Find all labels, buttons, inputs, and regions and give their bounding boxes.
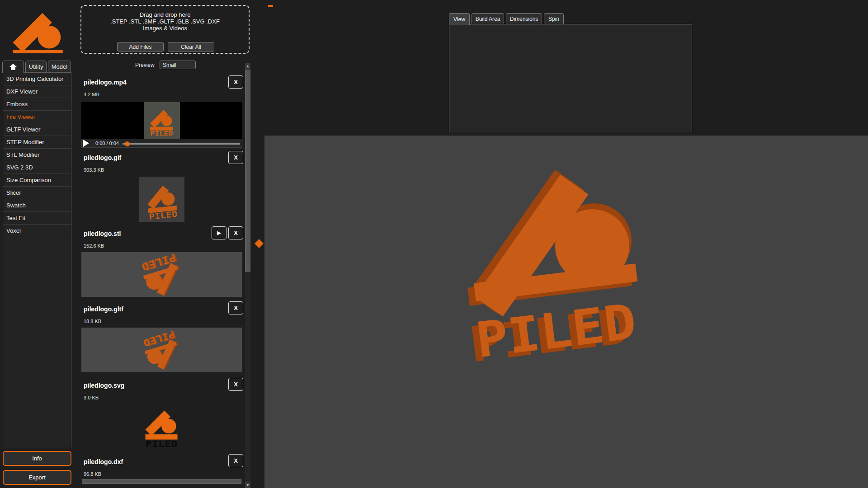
sidebar-item-swatch[interactable]: Swatch: [3, 199, 71, 212]
info-button-label: Info: [32, 455, 42, 462]
panel-tab-spin[interactable]: Spin: [544, 13, 564, 24]
piled-logo-icon: PILED: [141, 178, 184, 221]
sidebar-item-dxf-viewer[interactable]: DXF Viewer: [3, 85, 71, 98]
sidebar-item-step-modifier[interactable]: STEP Modifier: [3, 136, 71, 149]
add-files-label: Add Files: [129, 44, 151, 50]
file-name-stl: piledlogo.stl: [84, 230, 121, 237]
file-name-dxf: piledlogo.dxf: [84, 458, 123, 465]
file-size-gltf: 18.8 KB: [84, 319, 101, 324]
image-preview-gif[interactable]: PILED: [139, 177, 184, 222]
spin-preview-stl-button[interactable]: ▶: [212, 226, 226, 239]
info-button[interactable]: Info: [3, 451, 71, 466]
sidebar-item-test-fit[interactable]: Test Fit: [3, 212, 71, 225]
export-button-label: Export: [28, 474, 46, 481]
video-preview-mp4[interactable]: PILED: [81, 102, 242, 139]
tab-label: Dimensions: [510, 16, 538, 22]
scrollbar-thumb[interactable]: [245, 70, 250, 272]
tab-label: Utility: [29, 63, 43, 70]
sidebar-tab-utility[interactable]: Utility: [25, 61, 47, 72]
file-name-svg: piledlogo.svg: [84, 382, 124, 389]
add-files-button[interactable]: Add Files: [117, 42, 164, 52]
sidebar-item-slicer[interactable]: Slicer: [3, 187, 71, 199]
remove-file-stl-button[interactable]: X: [228, 226, 243, 239]
panel-tab-view[interactable]: View: [449, 13, 470, 25]
panel-resize-diamond[interactable]: [255, 239, 264, 248]
file-size-mp4: 4.2 MB: [84, 92, 99, 97]
remove-file-dxf-button[interactable]: X: [228, 454, 243, 467]
play-icon: ▶: [217, 230, 221, 236]
svg-text:PILED: PILED: [150, 130, 173, 136]
orange-dash-marker: [268, 5, 273, 7]
sidebar-item-size-comparison[interactable]: Size Comparison: [3, 174, 71, 187]
home-icon: [9, 64, 17, 70]
dropzone-line3: Images & Videos: [81, 25, 249, 32]
sidebar-tab-home[interactable]: [2, 61, 24, 73]
drag-drop-zone[interactable]: Drag and drop here .STEP .STL .3MF .GLTF…: [80, 5, 250, 54]
sidebar-item-voxel[interactable]: Voxel: [3, 225, 71, 237]
sidebar-tab-model[interactable]: Model: [48, 61, 71, 72]
dropzone-line1: Drag and drop here: [81, 11, 249, 18]
piled-logo-icon: PILED: [5, 3, 72, 53]
remove-file-gltf-button[interactable]: X: [228, 301, 243, 314]
preview-size-value: Small: [163, 62, 176, 68]
file-size-dxf: 96.8 KB: [84, 471, 101, 477]
tab-label: View: [453, 16, 465, 23]
sidebar-item-gltf-viewer[interactable]: GLTF Viewer: [3, 123, 71, 136]
preview-size-select[interactable]: Small: [160, 61, 196, 69]
panel-tab-build-area[interactable]: Build Area: [472, 13, 504, 24]
file-name-gltf: piledlogo.gltf: [84, 305, 123, 313]
model-preview-gltf[interactable]: PILEDPILED: [81, 328, 242, 372]
video-controls-mp4: 0:00 / 0:04: [81, 139, 242, 148]
video-frame: PILED: [144, 102, 180, 139]
sidebar-item-emboss[interactable]: Emboss: [3, 98, 71, 111]
vector-preview-svg[interactable]: PILED: [139, 404, 184, 448]
file-name-mp4: piledlogo.mp4: [84, 79, 127, 86]
app-window: PILED Utility Model 3D Printing Calculat…: [0, 0, 868, 488]
scroll-down-icon[interactable]: ▼: [245, 482, 250, 488]
file-name-gif: piledlogo.gif: [84, 154, 121, 161]
preview-label: Preview: [135, 62, 155, 68]
sidebar-item-stl-modifier[interactable]: STL Modifier: [3, 149, 71, 161]
panel-tab-dimensions[interactable]: Dimensions: [506, 13, 542, 24]
file-list-vertical-scrollbar[interactable]: ▲ ▼: [245, 63, 250, 488]
piled-logo-icon: PILED: [140, 404, 184, 447]
sidebar-item-file-viewer[interactable]: File Viewer: [3, 111, 71, 123]
file-size-gif: 903.3 KB: [84, 167, 104, 173]
tab-label: Build Area: [476, 16, 500, 22]
piled-3d-logo-icon: PILEDPILED: [138, 325, 186, 375]
close-icon: X: [234, 230, 238, 236]
close-icon: X: [234, 305, 238, 311]
clear-all-button[interactable]: Clear All: [168, 42, 214, 52]
video-slider-track[interactable]: [123, 143, 240, 145]
sidebar-menu: 3D Printing Calculator DXF Viewer Emboss…: [3, 72, 71, 447]
piled-3d-logo: PILED PILED: [448, 165, 656, 377]
remove-file-gif-button[interactable]: X: [228, 151, 243, 164]
export-button[interactable]: Export: [3, 470, 71, 485]
model-preview-stl[interactable]: PILEDPILED: [81, 252, 242, 297]
piled-logo-icon: PILED: [146, 105, 177, 136]
file-size-stl: 152.6 KB: [84, 243, 104, 249]
video-time: 0:00 / 0:04: [95, 141, 119, 146]
clear-all-label: Clear All: [181, 44, 201, 50]
piled-3d-logo-icon: PILEDPILED: [136, 248, 188, 301]
close-icon: X: [234, 381, 238, 388]
remove-file-mp4-button[interactable]: X: [228, 75, 243, 89]
play-icon[interactable]: [83, 140, 89, 147]
dropzone-line2: .STEP .STL .3MF .GLTF .GLB .SVG .DXF: [81, 18, 249, 25]
svg-text:PILED: PILED: [146, 438, 178, 447]
close-icon: X: [234, 154, 238, 161]
view-settings-panel: [449, 24, 692, 133]
tab-label: Model: [52, 63, 67, 70]
sidebar-item-3d-printing-calculator[interactable]: 3D Printing Calculator: [3, 73, 71, 85]
file-list-horizontal-scrollbar[interactable]: [81, 479, 243, 484]
video-slider-knob[interactable]: [125, 141, 130, 146]
sidebar-item-svg-2-3d[interactable]: SVG 2 3D: [3, 161, 71, 174]
app-logo: PILED: [5, 3, 72, 53]
close-icon: X: [234, 457, 238, 464]
scroll-up-icon[interactable]: ▲: [245, 63, 250, 69]
tab-label: Spin: [548, 16, 559, 22]
close-icon: X: [234, 79, 238, 85]
file-size-svg: 3.0 KB: [84, 395, 99, 400]
remove-file-svg-button[interactable]: X: [228, 378, 243, 391]
